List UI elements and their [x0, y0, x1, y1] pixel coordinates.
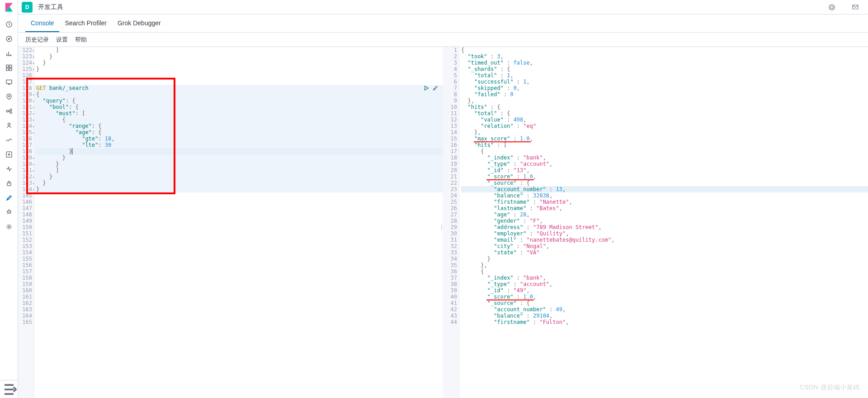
top-bar: D 开发工具 [18, 0, 868, 14]
svg-point-9 [8, 96, 9, 97]
response-gutter: 1234567891011121314151617181920212223242… [443, 47, 459, 398]
nav-discover-icon[interactable] [0, 32, 18, 46]
tab-console[interactable]: Console [25, 14, 59, 32]
app-chip[interactable]: D [22, 2, 33, 13]
svg-rect-7 [9, 68, 12, 70]
help-icon[interactable] [823, 0, 841, 14]
request-pane[interactable]: 1221231241251261271281291301311321331341… [18, 47, 443, 398]
svg-rect-4 [6, 65, 9, 67]
side-nav [0, 0, 18, 398]
run-request-icon[interactable] [423, 85, 429, 93]
svg-point-13 [8, 123, 10, 126]
nav-maps-icon[interactable] [0, 89, 18, 104]
nav-metrics-icon[interactable] [0, 118, 18, 133]
request-code[interactable]: ] } }}GET bank/_search{ "query": { "bool… [34, 47, 443, 398]
run-buttons [423, 85, 439, 93]
subtab-help[interactable]: 帮助 [75, 36, 87, 44]
svg-point-10 [6, 110, 8, 112]
subtab-settings[interactable]: 设置 [56, 36, 68, 44]
nav-dashboard-icon[interactable] [0, 61, 18, 75]
editor-panes: 1221231241251261271281291301311321331341… [18, 47, 868, 398]
response-pane[interactable]: 1234567891011121314151617181920212223242… [443, 47, 868, 398]
sub-tabs: 历史记录 设置 帮助 [18, 33, 868, 47]
nav-canvas-icon[interactable] [0, 75, 18, 89]
nav-logs-icon[interactable] [0, 133, 18, 147]
nav-monitoring-icon[interactable] [0, 205, 18, 220]
svg-rect-5 [9, 65, 12, 67]
response-code[interactable]: { "took" : 3, "timed_out" : false, "_sha… [459, 47, 868, 398]
nav-devtools-icon[interactable] [0, 191, 18, 205]
svg-point-11 [10, 109, 12, 111]
nav-apm-icon[interactable] [0, 147, 18, 162]
request-options-icon[interactable] [432, 85, 439, 93]
svg-point-3 [6, 36, 12, 42]
tab-bar: Console Search Profiler Grok Debugger [18, 14, 868, 33]
feedback-icon[interactable] [846, 0, 864, 14]
subtab-history[interactable]: 历史记录 [25, 36, 49, 44]
nav-ml-icon[interactable] [0, 104, 18, 118]
nav-visualize-icon[interactable] [0, 46, 18, 61]
tab-search-profiler[interactable]: Search Profiler [59, 14, 112, 32]
nav-collapse-icon[interactable] [0, 380, 18, 398]
kibana-logo[interactable] [0, 0, 18, 14]
svg-point-16 [8, 226, 10, 228]
main-area: D 开发工具 Console Search Profiler Grok Debu… [18, 0, 868, 398]
svg-rect-15 [7, 183, 11, 186]
svg-point-17 [829, 5, 835, 10]
svg-point-12 [10, 112, 12, 113]
breadcrumb-title: 开发工具 [38, 3, 63, 11]
svg-marker-20 [425, 86, 429, 90]
app-root: D 开发工具 Console Search Profiler Grok Debu… [0, 0, 868, 398]
request-gutter: 1221231241251261271281291301311321331341… [18, 47, 34, 398]
nav-recent-icon[interactable] [0, 17, 18, 32]
nav-siem-icon[interactable] [0, 176, 18, 191]
svg-rect-6 [6, 68, 9, 70]
svg-point-18 [830, 6, 833, 9]
tab-grok-debugger[interactable]: Grok Debugger [112, 14, 166, 32]
nav-uptime-icon[interactable] [0, 162, 18, 176]
nav-management-icon[interactable] [0, 220, 18, 234]
